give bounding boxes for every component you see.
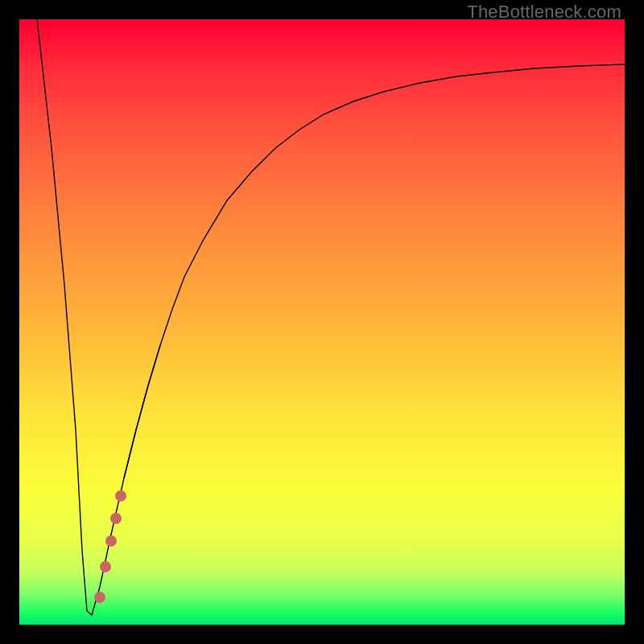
data-point (105, 535, 117, 547)
highlight-segment (124, 345, 160, 478)
data-point (115, 490, 126, 502)
data-point (94, 592, 105, 603)
data-point (110, 513, 122, 524)
plot-area (19, 19, 625, 625)
data-point (100, 561, 111, 572)
bottleneck-curve (37, 19, 625, 615)
curve-layer (19, 19, 625, 625)
chart-frame: TheBottleneck.com (0, 0, 644, 644)
